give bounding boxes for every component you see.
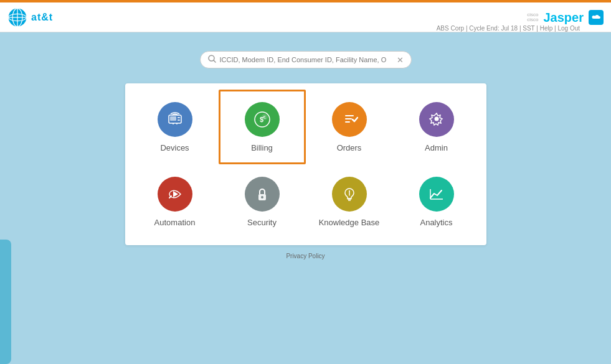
svg-rect-8: [170, 116, 176, 121]
admin-label: Admin: [425, 143, 448, 152]
att-globe-icon: [7, 7, 27, 27]
svg-rect-10: [178, 119, 180, 121]
security-icon: [245, 177, 280, 212]
search-input[interactable]: [220, 56, 397, 63]
svg-point-17: [261, 196, 263, 198]
jasper-logo: cisco cisco Jasper: [527, 11, 584, 24]
svg-text:€: €: [263, 114, 266, 120]
header-right: cisco cisco Jasper: [527, 10, 604, 25]
header: at&t cisco cisco Jasper ABS Corp | Cycle…: [0, 2, 611, 32]
app-grid: Devices $ € Billing: [125, 83, 486, 245]
orders-icon: [332, 102, 367, 137]
main-content: ✕ Devices: [0, 32, 611, 364]
svg-point-15: [434, 116, 438, 121]
automation-label: Automation: [154, 218, 196, 227]
att-logo: at&t: [7, 7, 53, 27]
tile-knowledge[interactable]: Knowledge Base: [306, 164, 393, 239]
automation-icon: [158, 177, 192, 212]
svg-rect-9: [178, 117, 180, 118]
admin-icon: [419, 102, 454, 137]
tile-devices[interactable]: Devices: [131, 90, 219, 164]
search-bar: ✕: [200, 51, 412, 68]
jasper-text: Jasper: [544, 11, 584, 24]
tile-admin[interactable]: Admin: [393, 90, 480, 164]
cloud-button[interactable]: [589, 10, 604, 25]
billing-icon: $ €: [245, 102, 280, 137]
tile-billing[interactable]: $ € Billing: [219, 90, 306, 164]
privacy-policy-link[interactable]: Privacy Policy: [286, 253, 324, 259]
tile-automation[interactable]: Automation: [131, 164, 219, 239]
search-icon: [208, 55, 216, 65]
devices-icon: [158, 102, 192, 137]
analytics-label: Analytics: [420, 218, 452, 227]
orders-label: Orders: [337, 143, 362, 152]
att-text: at&t: [31, 12, 53, 23]
devices-label: Devices: [160, 143, 189, 152]
knowledge-label: Knowledge Base: [319, 218, 380, 227]
tile-orders[interactable]: Orders: [306, 90, 393, 164]
tile-analytics[interactable]: Analytics: [393, 164, 480, 239]
header-left: at&t: [7, 7, 53, 27]
nav-info: ABS Corp | Cycle End: Jul 18 | SST | Hel…: [437, 25, 580, 32]
svg-line-6: [213, 60, 215, 62]
analytics-icon: [419, 177, 454, 212]
billing-label: Billing: [251, 143, 273, 152]
security-label: Security: [247, 218, 277, 227]
search-clear-button[interactable]: ✕: [397, 55, 404, 65]
cloud-icon: [591, 14, 601, 21]
tile-security[interactable]: Security: [219, 164, 306, 239]
svg-point-21: [349, 190, 350, 192]
left-accent: [0, 240, 11, 364]
knowledge-icon: [332, 177, 367, 212]
